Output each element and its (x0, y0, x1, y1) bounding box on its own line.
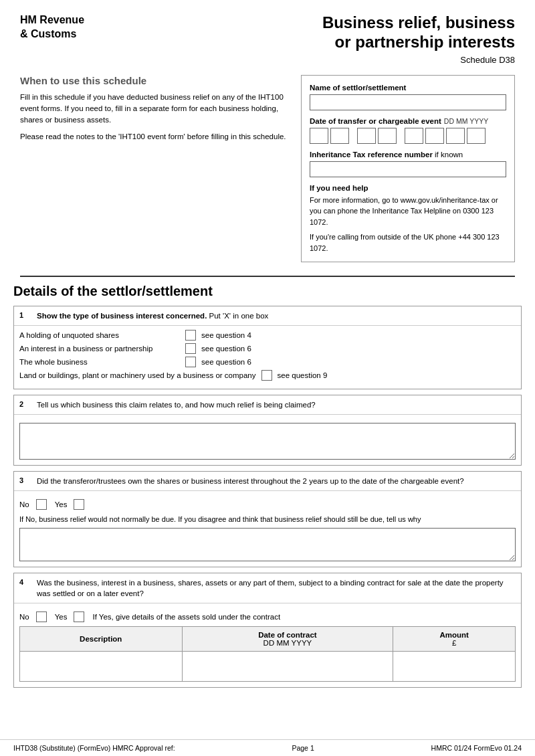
settlor-input[interactable] (310, 94, 506, 110)
table-cell-date-1[interactable] (182, 652, 393, 682)
table-row-1 (20, 652, 516, 682)
date-mm1[interactable] (357, 128, 376, 144)
q1-num: 1 (19, 311, 33, 319)
org-name: HM Revenue & Customs (20, 13, 84, 41)
date-dd2[interactable] (330, 128, 349, 144)
q3-num: 3 (19, 476, 33, 484)
q3-yes-label: Yes (55, 500, 68, 508)
q1-checkbox-1[interactable] (185, 330, 196, 341)
question-3-box: 3 Did the transferor/trustees own the sh… (13, 471, 522, 567)
q4-yes-label: Yes (55, 613, 68, 621)
q2-header: Tell us which business this claim relate… (37, 399, 316, 410)
q1-checkbox-4[interactable] (261, 370, 272, 381)
question-4-box: 4 Was the business, interest in a busine… (13, 573, 522, 688)
q1-option-2: An interest in a business or partnership… (19, 343, 516, 354)
q3-no-checkbox[interactable] (36, 499, 47, 510)
iht-ref-label: Inheritance Tax reference number if know… (310, 151, 463, 159)
q3-header: Did the transferor/trustees own the shar… (37, 476, 464, 486)
details-title: Details of the settlor/settlement (13, 284, 522, 299)
when-to-use-heading: When to use this schedule (20, 75, 288, 86)
date-mm2[interactable] (378, 128, 397, 144)
q4-yes-detail: If Yes, give details of the assets sold … (92, 613, 280, 621)
page-footer: IHTD38 (Substitute) (FormEvo) HMRC Appro… (0, 739, 535, 756)
iht-ref-input[interactable] (310, 161, 506, 177)
q2-num: 2 (19, 400, 33, 408)
help-title: If you need help (310, 184, 506, 192)
date-yyyy4[interactable] (467, 128, 486, 144)
q3-no-label: No (19, 500, 29, 508)
q4-no-label: No (19, 613, 29, 621)
footer-left: IHTD38 (Substitute) (FormEvo) HMRC Appro… (13, 744, 175, 752)
settlor-label: Name of settlor/settlement (310, 84, 506, 92)
when-to-use-para2: Please read the notes to the 'IHT100 eve… (20, 131, 288, 143)
q3-yes-checkbox[interactable] (74, 499, 84, 510)
q3-note: If No, business relief would not normall… (19, 514, 516, 525)
q1-checkbox-2[interactable] (185, 343, 196, 354)
help-text1: For more information, go to www.gov.uk/i… (310, 195, 506, 228)
when-to-use-para1: Fill in this schedule if you have deduct… (20, 92, 288, 126)
date-hint: DD MM YYYY (444, 117, 488, 125)
q3-textarea[interactable] (19, 528, 516, 561)
col-amount: Amount £ (393, 627, 516, 652)
date-yyyy1[interactable] (405, 128, 423, 144)
date-yyyy2[interactable] (425, 128, 444, 144)
question-2-box: 2 Tell us which business this claim rela… (13, 395, 522, 466)
q4-table: Description Date of contract DD MM YYYY … (19, 626, 516, 682)
q1-option-1: A holding of unquoted shares see questio… (19, 330, 516, 341)
date-label: Date of transfer or chargeable event (310, 117, 441, 125)
q3-yes-no: No Yes (19, 499, 516, 510)
q2-textarea[interactable] (19, 423, 516, 460)
date-yyyy3[interactable] (446, 128, 465, 144)
q1-header: Show the type of business interest conce… (37, 310, 268, 321)
table-cell-amount-1[interactable] (393, 652, 516, 682)
q4-header: Was the business, interest in a business… (37, 577, 516, 599)
q4-num: 4 (19, 578, 33, 586)
q4-no-checkbox[interactable] (36, 611, 47, 622)
question-1-box: 1 Show the type of business interest con… (13, 306, 522, 389)
date-dd1[interactable] (310, 128, 328, 144)
help-text2: If you're calling from outside of the UK… (310, 231, 506, 254)
col-description: Description (20, 627, 183, 652)
q1-option-3: The whole business see question 6 (19, 357, 516, 367)
col-date: Date of contract DD MM YYYY (182, 627, 393, 652)
footer-right: HMRC 01/24 FormEvo 01.24 (431, 744, 522, 752)
section-divider (20, 276, 515, 277)
schedule-label: Schedule D38 (322, 55, 515, 65)
q4-yes-checkbox[interactable] (74, 611, 84, 622)
page-title: Business relief, business or partnership… (322, 13, 515, 52)
q4-yes-no: No Yes If Yes, give details of the asset… (19, 611, 516, 622)
table-cell-desc-1[interactable] (20, 652, 183, 682)
q1-checkbox-3[interactable] (185, 357, 196, 367)
footer-center: Page 1 (292, 744, 314, 752)
q1-option-4: Land or buildings, plant or machinery us… (19, 370, 516, 381)
